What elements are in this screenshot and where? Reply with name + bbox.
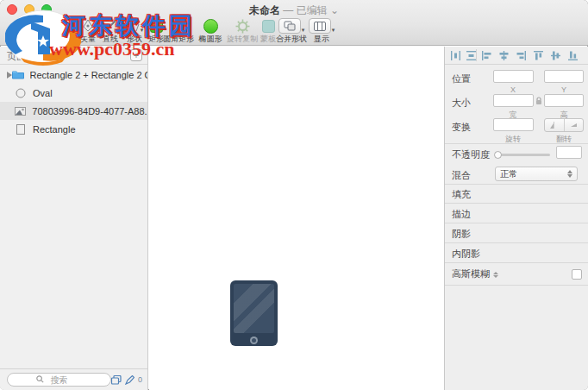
- align-bottom-icon[interactable]: [567, 50, 579, 61]
- layer-row-image[interactable]: 70803996-84D9-4077-A88...: [0, 102, 147, 120]
- chevron-down-icon: ▾: [302, 27, 305, 33]
- fills-section[interactable]: 填充: [452, 188, 471, 201]
- flip-segmented-control: [544, 118, 584, 132]
- align-right-icon[interactable]: [516, 50, 527, 61]
- tablet-artwork[interactable]: [230, 280, 278, 346]
- image-layer-icon: [14, 107, 27, 116]
- shadows-section[interactable]: 阴影: [452, 228, 471, 241]
- divider: [445, 223, 588, 223]
- tool-label: 旋转复制: [227, 35, 258, 44]
- flip-vertical-button[interactable]: [565, 119, 584, 131]
- divider: [445, 184, 588, 185]
- height-input[interactable]: [544, 94, 584, 107]
- tool-view[interactable]: ▾ 显示: [309, 17, 335, 45]
- gaussian-blur-label: 高斯模糊: [452, 268, 490, 279]
- opacity-slider[interactable]: [497, 154, 550, 156]
- filter-count: 0: [138, 375, 142, 384]
- rotate-copy-gear-icon: [235, 17, 250, 35]
- tablet-screen: [234, 284, 274, 333]
- align-center-horizontal-icon[interactable]: [498, 50, 510, 61]
- opacity-input[interactable]: [556, 146, 582, 159]
- transform-label: 变换: [452, 121, 471, 134]
- position-y-input[interactable]: [544, 70, 584, 83]
- rectangle-layer-icon: [14, 124, 28, 135]
- align-middle-vertical-icon[interactable]: [550, 50, 561, 61]
- gaussian-blur-section[interactable]: 高斯模糊: [452, 267, 498, 280]
- sidebar-footer: 0: [0, 368, 147, 390]
- document-title: 未命名: [249, 4, 280, 16]
- oval-layer-icon: [14, 88, 28, 98]
- blend-mode-select[interactable]: 正常: [495, 167, 578, 181]
- divider: [445, 242, 588, 243]
- tool-label: 显示: [314, 35, 329, 44]
- layer-name: Oval: [33, 88, 53, 98]
- borders-section[interactable]: 描边: [452, 208, 471, 221]
- tablet-home-button: [250, 337, 258, 344]
- tool-label: 椭圆形: [199, 35, 222, 44]
- edited-status: 已编辑: [297, 4, 328, 16]
- filter-pen-icon[interactable]: [125, 375, 134, 385]
- x-sublabel: X: [496, 85, 530, 94]
- divider: [476, 49, 477, 61]
- window-layout-icon: ▾: [309, 17, 335, 35]
- canvas[interactable]: [149, 47, 444, 390]
- divider: [445, 262, 588, 263]
- distribute-horizontally-icon[interactable]: [450, 50, 461, 61]
- tool-rotate-copy: 旋转复制: [223, 17, 261, 45]
- layer-name: Rectangle: [33, 124, 76, 135]
- align-top-icon[interactable]: [533, 50, 544, 61]
- layer-row-rectangle[interactable]: Rectangle: [0, 120, 147, 138]
- size-label: 大小: [452, 97, 471, 110]
- opacity-slider-knob[interactable]: [494, 151, 502, 159]
- flip-horizontal-button[interactable]: [545, 119, 565, 131]
- position-label: 位置: [452, 72, 471, 85]
- inner-shadows-section[interactable]: 内阴影: [452, 248, 480, 261]
- search-input[interactable]: [7, 373, 111, 387]
- rotate-input[interactable]: [493, 118, 534, 131]
- lock-icon[interactable]: [535, 97, 542, 105]
- blur-type-arrows-icon[interactable]: [493, 272, 498, 278]
- folder-icon: [12, 70, 25, 79]
- position-x-input[interactable]: [493, 70, 534, 83]
- divider: [445, 203, 588, 204]
- watermark-site-url: www.pc0359.cn: [49, 38, 174, 60]
- oval-shape-icon: [203, 17, 218, 35]
- blend-label: 混合: [452, 169, 471, 182]
- chevron-down-icon: ▾: [332, 27, 335, 33]
- title-chevron-icon[interactable]: ⌄: [330, 4, 339, 16]
- tool-label: 合并形状: [276, 35, 307, 44]
- divider: [445, 285, 588, 286]
- alignment-toolbar: [445, 47, 588, 65]
- sketch-window: 未命名 — 已编辑 ⌄ 裁刀 矢量 直线: [0, 0, 588, 390]
- align-left-icon[interactable]: [481, 50, 492, 61]
- search-icon: [36, 375, 44, 383]
- layer-name: 70803996-84D9-4077-A88...: [32, 106, 147, 116]
- gaussian-blur-checkbox[interactable]: [572, 269, 582, 280]
- pages-stack-icon[interactable]: [111, 375, 122, 385]
- watermark-site-name: 河东软件园: [62, 10, 196, 41]
- layer-name: Rectangle 2 + Rectangle 2 C...: [30, 70, 147, 80]
- popup-arrows-icon: [567, 170, 572, 178]
- divider: [445, 143, 588, 144]
- title-separator: —: [283, 4, 293, 16]
- boolean-operations-icon: ▾: [278, 17, 305, 35]
- tool-oval[interactable]: 椭圆形: [196, 17, 225, 45]
- width-input[interactable]: [493, 94, 534, 107]
- y-sublabel: Y: [547, 85, 581, 94]
- layers-sidebar: 页面 + Rectangle 2 + Rectangle 2 C... Oval…: [0, 47, 148, 390]
- opacity-label: 不透明度: [452, 148, 490, 161]
- layer-row-oval[interactable]: Oval: [0, 84, 147, 102]
- tool-merge-shapes[interactable]: ▾ 合并形状: [272, 17, 310, 45]
- inspector-panel: 位置 X Y 大小 宽 高 变换 旋转 翻转 不透明度: [444, 47, 588, 390]
- blend-mode-value: 正常: [500, 168, 517, 180]
